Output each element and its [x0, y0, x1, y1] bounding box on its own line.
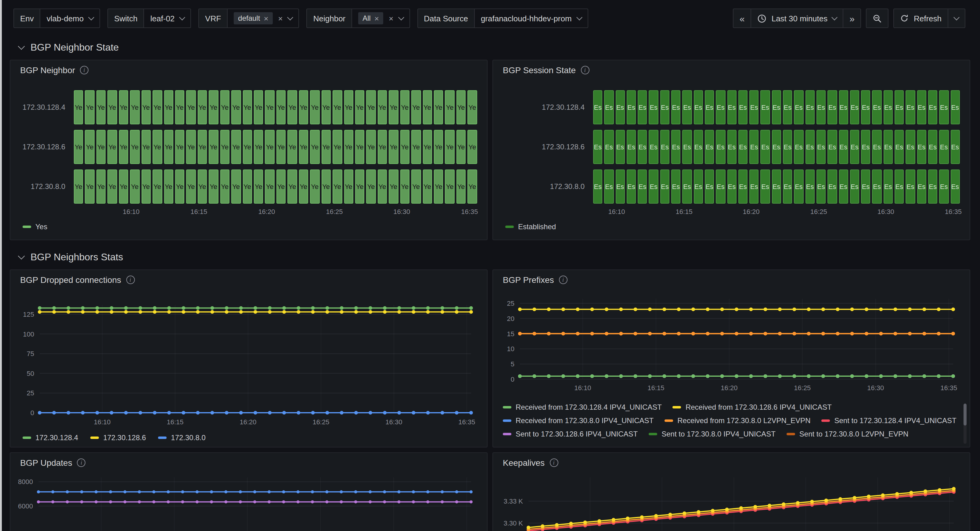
status-cell: Es [705, 90, 714, 124]
series-point [612, 518, 616, 521]
legend-item[interactable]: Received from 172.30.8.0 IPV4_UNICAST [503, 414, 654, 427]
var-neighbor-select[interactable]: All [352, 8, 410, 28]
status-cell: Ye [299, 130, 309, 164]
info-icon[interactable] [126, 276, 135, 284]
status-cell: Ye [220, 170, 229, 204]
series-point [677, 374, 681, 378]
series-point [764, 308, 767, 311]
panel-header[interactable]: BGP Updates [10, 453, 487, 472]
legend-item[interactable]: Sent to 172.30.128.4 IPV4_UNICAST [821, 414, 956, 427]
time-shift-back-button[interactable] [733, 8, 751, 28]
series-point [894, 308, 897, 311]
series-point [634, 308, 637, 311]
remove-value-icon[interactable] [374, 14, 379, 22]
series-point [865, 308, 868, 311]
legend-item[interactable]: Yes [22, 222, 47, 231]
clear-all-icon[interactable] [389, 14, 393, 22]
panel-header[interactable]: BGP Prefixes [493, 270, 970, 290]
legend-item[interactable]: Received from 172.30.128.6 IPV4_UNICAST [673, 401, 832, 413]
status-cell: Ye [231, 130, 241, 164]
var-datasource-select[interactable]: grafanacloud-hhdev-prom [474, 8, 588, 28]
var-neighbor-label: Neighbor [307, 8, 352, 28]
remove-value-icon[interactable] [264, 14, 268, 22]
status-cell: Es [760, 90, 770, 124]
series-point [326, 310, 329, 314]
series-point [124, 411, 128, 415]
status-cell: Ye [141, 130, 151, 164]
info-icon[interactable] [77, 458, 86, 467]
series-point [922, 332, 926, 336]
legend-item[interactable]: Sent to 172.30.8.0 L2VPN_EVPN [787, 427, 908, 440]
status-cell: Ye [254, 170, 263, 204]
status-cell: Es [816, 170, 826, 204]
time-range-picker[interactable]: Last 30 minutes [751, 8, 844, 28]
series-point [340, 490, 343, 493]
status-cell: Es [839, 130, 848, 164]
series-point [354, 306, 358, 310]
status-cell: Ye [265, 90, 275, 124]
status-cell: Es [705, 130, 714, 164]
refresh-interval-dropdown[interactable] [948, 8, 966, 28]
section-bgp-neighbors-stats[interactable]: BGP Neighbors Stats [10, 245, 970, 269]
series-point [455, 306, 458, 310]
series-point [691, 332, 695, 336]
series-point [937, 374, 941, 378]
status-cell: Ye [288, 130, 297, 164]
series-point [267, 490, 270, 493]
var-vrf: VRF default [198, 8, 299, 28]
series-point [619, 308, 623, 311]
series-point [937, 308, 941, 311]
legend-item[interactable]: Established [505, 222, 556, 231]
var-neighbor-chip[interactable]: All [358, 12, 383, 24]
status-cell: Ye [243, 90, 252, 124]
series-point [677, 308, 681, 311]
dropped-connections-chart: 025507510012516:1016:1516:2016:2516:3016… [10, 270, 487, 447]
panel-header[interactable]: Keepalives [493, 453, 970, 472]
row-label: 172.30.128.6 [10, 143, 74, 151]
series-point [311, 490, 314, 493]
panel-header[interactable]: BGP Dropped connections [10, 270, 487, 290]
info-icon[interactable] [559, 276, 568, 284]
legend-item[interactable]: 172.30.128.6 [90, 433, 146, 442]
var-vrf-select[interactable]: default [227, 8, 299, 28]
var-switch-select[interactable]: leaf-02 [144, 8, 191, 28]
time-shift-forward-button[interactable] [843, 8, 861, 28]
series-point [626, 517, 630, 520]
zoom-out-button[interactable] [866, 8, 889, 28]
legend-item[interactable]: Sent to 172.30.128.6 IPV4_UNICAST [503, 427, 638, 440]
series-point [569, 522, 573, 526]
legend: Yes [22, 222, 47, 231]
legend-scrollbar[interactable] [964, 404, 967, 444]
status-cell: Es [850, 170, 859, 204]
legend-item[interactable]: Sent to 172.30.8.0 IPV4_UNICAST [649, 427, 776, 440]
status-cell: Ye [130, 130, 140, 164]
legend-item[interactable]: Received from 172.30.8.0 L2VPN_EVPN [665, 414, 810, 427]
status-cell: Es [638, 170, 647, 204]
series-point [547, 308, 551, 311]
series-point [951, 332, 955, 336]
section-bgp-neighbor-state[interactable]: BGP Neighbor State [10, 35, 970, 60]
var-vrf-chip[interactable]: default [234, 12, 272, 24]
series-point [753, 505, 757, 509]
legend-item[interactable]: 172.30.128.4 [22, 433, 78, 442]
status-cell: Ye [332, 90, 342, 124]
status-cell: Es [727, 170, 737, 204]
info-icon[interactable] [581, 66, 589, 74]
series-point [853, 496, 856, 499]
series-point [908, 332, 912, 336]
series-point [867, 495, 870, 498]
var-env-select[interactable]: vlab-demo [40, 8, 100, 28]
status-cell: Ye [119, 90, 129, 124]
legend-item[interactable]: Received from 172.30.128.4 IPV4_UNICAST [503, 401, 662, 413]
refresh-button[interactable]: Refresh [894, 8, 948, 28]
clear-all-icon[interactable] [278, 14, 283, 22]
info-icon[interactable] [80, 66, 89, 74]
legend-scrollbar-thumb[interactable] [964, 404, 967, 426]
y-tick-label: 6000 [18, 502, 33, 510]
panel-header[interactable]: BGP Session State [493, 60, 970, 80]
series-point [778, 308, 782, 311]
status-cell: Ye [265, 170, 275, 204]
legend-item[interactable]: 172.30.8.0 [158, 433, 205, 442]
info-icon[interactable] [549, 458, 558, 467]
panel-header[interactable]: BGP Neighbor [10, 60, 487, 80]
